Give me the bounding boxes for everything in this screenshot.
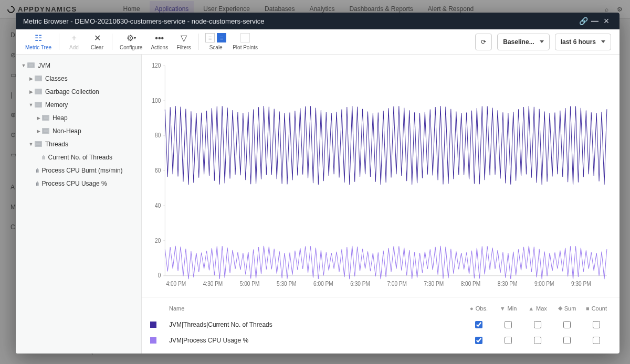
refresh-icon: ⟳ [481,38,486,46]
folder-icon [42,115,49,121]
scale-toggle[interactable]: ≡ ≡ [205,33,226,42]
square-icon: ■ [586,305,590,312]
tree-label: JVM [38,62,50,69]
close-icon[interactable]: × [601,16,612,27]
add-label: Add [69,45,79,50]
svg-text:40: 40 [155,202,161,209]
scale-log-icon[interactable]: ≡ [217,33,226,42]
svg-text:4:00 PM: 4:00 PM [166,280,186,287]
legend-row-threads[interactable]: JVM|Threads|Current No. of Threads [148,317,613,333]
sum-checkbox[interactable] [563,321,571,328]
tree-label: Classes [45,75,68,82]
x-icon: ✕ [92,34,102,43]
col-name: Name [169,305,464,312]
legend-row-cpu[interactable]: JVM|Process CPU Usage % [148,333,613,348]
obs-checkbox[interactable] [475,337,482,344]
col-sum: Sum [564,305,576,312]
folder-icon [35,89,42,94]
tree-label: Non-Heap [52,127,81,135]
obs-checkbox[interactable] [475,321,482,328]
svg-text:5:00 PM: 5:00 PM [240,280,260,287]
svg-text:4:30 PM: 4:30 PM [203,280,223,287]
tree-node-threads[interactable]: ▼Threads [16,137,141,151]
metric-icon: ılı [42,154,45,160]
actions-label: Actions [151,45,168,50]
tree-node-gc[interactable]: ▶Garbage Collection [16,85,141,98]
count-checkbox[interactable] [593,321,600,328]
tree-leaf-cpu-burnt[interactable]: ılıProcess CPU Burnt (ms/min) [16,164,141,177]
triangle-down-icon: ▼ [500,305,506,312]
svg-text:8:30 PM: 8:30 PM [498,280,518,287]
color-swatch [150,337,156,344]
svg-text:20: 20 [155,237,161,244]
svg-text:9:30 PM: 9:30 PM [571,280,591,287]
chevron-down-icon [540,40,544,43]
svg-text:8:00 PM: 8:00 PM [461,280,481,287]
series-cpu [165,246,607,279]
clear-button[interactable]: ✕ Clear [86,34,109,50]
tree-node-heap[interactable]: ▶Heap [16,111,141,124]
refresh-button[interactable]: ⟳ [475,34,492,50]
add-button: ＋ Add [62,34,86,50]
svg-text:6:00 PM: 6:00 PM [313,280,333,287]
plot-points-box-icon[interactable] [240,33,250,42]
tree-icon: ☷ [34,34,43,43]
sum-checkbox[interactable] [563,337,571,344]
modal-titlebar: Metric Browser - DEMO-20210630-customers… [16,13,620,29]
tree-node-jvm[interactable]: ▼JVM [16,59,141,72]
baseline-label: Baseline... [503,38,534,46]
svg-text:0: 0 [158,272,161,279]
minimize-icon[interactable]: ― [589,17,601,25]
chart-area[interactable]: 020406080100120 4:00 PM4:30 PM5:00 PM5:3… [142,55,620,297]
max-checkbox[interactable] [534,321,541,328]
metric-tree-label: Metric Tree [25,45,51,50]
min-checkbox[interactable] [505,321,512,328]
min-checkbox[interactable] [505,337,512,344]
tree-label: Threads [45,141,68,148]
metric-chart: 020406080100120 4:00 PM4:30 PM5:00 PM5:3… [146,62,612,294]
metric-tree-pane[interactable]: ▼JVM ▶Classes ▶Garbage Collection ▼Memor… [16,55,142,354]
tree-node-memory[interactable]: ▼Memory [16,98,141,111]
tree-label: Process CPU Burnt (ms/min) [42,167,123,174]
configure-label: Configure [120,45,142,50]
tree-node-nonheap[interactable]: ▶Non-Heap [16,124,141,137]
svg-text:120: 120 [152,62,161,69]
folder-icon [35,76,42,81]
time-range-dropdown[interactable]: last 6 hours [555,34,611,50]
tree-label: Memory [45,101,68,109]
legend-table: Name ●Obs. ▼Min ▲Max ◆Sum ■Count JVM|Thr… [142,297,620,354]
gear-small-icon: ⚙▾ [127,34,136,43]
col-obs: Obs. [476,305,488,312]
tree-node-classes[interactable]: ▶Classes [16,72,141,85]
max-checkbox[interactable] [534,337,541,344]
actions-button[interactable]: ••• Actions [146,34,172,50]
legend-name: JVM|Threads|Current No. of Threads [169,321,464,328]
plot-points-label: Plot Points [233,45,258,50]
metric-browser-modal: Metric Browser - DEMO-20210630-customers… [16,13,620,354]
plus-icon: ＋ [69,34,79,43]
series-threads [165,106,607,185]
legend-name: JVM|Process CPU Usage % [169,337,464,344]
tree-leaf-threads-current[interactable]: ılıCurrent No. of Threads [16,151,141,164]
svg-text:60: 60 [155,167,161,174]
metric-icon: ılı [36,167,39,174]
tree-leaf-cpu-usage[interactable]: ılıProcess CPU Usage % [16,177,141,190]
folder-icon [42,128,49,134]
time-range-label: last 6 hours [561,38,596,46]
count-checkbox[interactable] [593,337,600,344]
metric-tree-button[interactable]: ☷ Metric Tree [21,34,56,50]
svg-text:7:30 PM: 7:30 PM [424,280,444,287]
svg-text:6:30 PM: 6:30 PM [350,280,370,287]
folder-icon [35,141,42,147]
svg-text:5:30 PM: 5:30 PM [277,280,297,287]
tree-label: Current No. of Threads [48,154,113,161]
clear-label: Clear [91,45,103,50]
funnel-icon: ▽ [179,34,188,43]
plot-points-toggle[interactable] [240,33,250,42]
scale-linear-icon[interactable]: ≡ [205,33,215,42]
link-icon[interactable]: 🔗 [578,17,589,25]
circle-icon: ● [470,305,474,312]
baseline-dropdown[interactable]: Baseline... [497,34,549,50]
filters-button[interactable]: ▽ Filters [172,34,195,50]
configure-button[interactable]: ⚙▾ Configure [116,34,146,50]
